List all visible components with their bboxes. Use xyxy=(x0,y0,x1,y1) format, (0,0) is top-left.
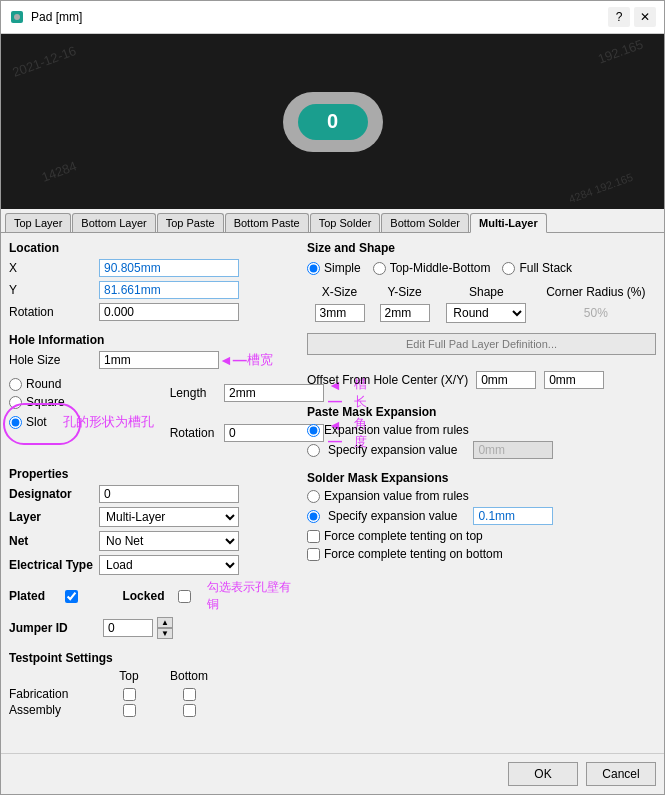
net-select[interactable]: No Net xyxy=(99,531,239,551)
shape-header: Shape xyxy=(437,283,536,301)
x-size-input[interactable] xyxy=(315,304,365,322)
location-section: Location X Y Rotation xyxy=(9,241,299,325)
assembly-top-checkbox[interactable] xyxy=(123,704,136,717)
force-tenting-top-row: Force complete tenting on top xyxy=(307,529,656,543)
hole-size-label: Hole Size xyxy=(9,353,99,367)
solder-expansion-rules-radio[interactable] xyxy=(307,490,320,503)
solder-specify-label: Specify expansion value xyxy=(328,509,457,523)
paste-expansion-from-rules-row: Expansion value from rules xyxy=(307,423,656,437)
square-radio[interactable] xyxy=(9,396,22,409)
title-bar-left: Pad [mm] xyxy=(9,9,82,25)
paste-mask-title: Paste Mask Expansion xyxy=(307,405,656,419)
tab-bottom-layer[interactable]: Bottom Layer xyxy=(72,213,155,232)
bottom-bar: OK Cancel xyxy=(1,753,664,794)
preview-area: 2021-12-16 192.165 14284 4284 192.165 0 xyxy=(1,34,664,209)
slot-radio[interactable] xyxy=(9,416,22,429)
left-panel: Location X Y Rotation Hole Information xyxy=(9,241,299,745)
pad-dialog: Pad [mm] ? ✕ 2021-12-16 192.165 14284 42… xyxy=(0,0,665,795)
pad-preview: 0 xyxy=(283,92,383,152)
simple-radio-group: Simple xyxy=(307,261,361,275)
assembly-label: Assembly xyxy=(9,703,99,717)
tab-top-layer[interactable]: Top Layer xyxy=(5,213,71,232)
solder-specify-row: Specify expansion value xyxy=(307,507,656,525)
offset-x-input[interactable] xyxy=(476,371,536,389)
watermark-top-right: 192.165 xyxy=(596,36,645,66)
net-label: Net xyxy=(9,534,99,548)
size-shape-section: Size and Shape Simple Top-Middle-Bottom … xyxy=(307,241,656,363)
layer-select[interactable]: Multi-Layer Top Layer Bottom Layer xyxy=(99,507,239,527)
simple-radio[interactable] xyxy=(307,262,320,275)
round-radio-row: Round xyxy=(9,377,154,391)
locked-checkbox[interactable] xyxy=(178,590,191,603)
fabrication-bottom-checkbox[interactable] xyxy=(183,688,196,701)
designator-label: Designator xyxy=(9,487,99,501)
y-size-input[interactable] xyxy=(380,304,430,322)
close-button[interactable]: ✕ xyxy=(634,7,656,27)
electrical-type-label: Electrical Type xyxy=(9,558,99,572)
cancel-button[interactable]: Cancel xyxy=(586,762,656,786)
y-size-header: Y-Size xyxy=(372,283,437,301)
paste-specify-label: Specify expansion value xyxy=(328,443,457,457)
force-tenting-bottom-checkbox[interactable] xyxy=(307,548,320,561)
tab-top-solder[interactable]: Top Solder xyxy=(310,213,381,232)
plated-row: Plated Locked 勾选表示孔壁有铜 xyxy=(9,579,299,613)
plated-label: Plated xyxy=(9,589,57,603)
help-button[interactable]: ? xyxy=(608,7,630,27)
x-input[interactable] xyxy=(99,259,239,277)
slot-label: Slot xyxy=(26,415,47,429)
rotation-input[interactable] xyxy=(99,303,239,321)
tp-spacer xyxy=(9,669,99,683)
top-middle-bottom-radio[interactable] xyxy=(373,262,386,275)
paste-mask-section: Paste Mask Expansion Expansion value fro… xyxy=(307,405,656,463)
tab-multi-layer[interactable]: Multi-Layer xyxy=(470,213,547,233)
layer-row: Layer Multi-Layer Top Layer Bottom Layer xyxy=(9,507,299,527)
x-size-header: X-Size xyxy=(307,283,372,301)
jumper-increment[interactable]: ▲ xyxy=(157,617,173,628)
designator-input[interactable] xyxy=(99,485,239,503)
y-label: Y xyxy=(9,283,99,297)
window-title: Pad [mm] xyxy=(31,10,82,24)
offset-y-input[interactable] xyxy=(544,371,604,389)
y-input[interactable] xyxy=(99,281,239,299)
hole-size-input[interactable] xyxy=(99,351,219,369)
paste-specify-radio[interactable] xyxy=(307,444,320,457)
top-middle-bottom-label: Top-Middle-Bottom xyxy=(390,261,491,275)
pad-icon xyxy=(9,9,25,25)
top-middle-bottom-radio-group: Top-Middle-Bottom xyxy=(373,261,491,275)
solder-expansion-from-rules-row: Expansion value from rules xyxy=(307,489,656,503)
plated-checkbox[interactable] xyxy=(65,590,78,603)
solder-specify-radio[interactable] xyxy=(307,510,320,523)
full-stack-radio[interactable] xyxy=(502,262,515,275)
paste-expansion-rules-radio[interactable] xyxy=(307,424,320,437)
tab-bottom-paste[interactable]: Bottom Paste xyxy=(225,213,309,232)
testpoint-section: Testpoint Settings Top Bottom Fabricatio… xyxy=(9,651,299,719)
size-shape-title: Size and Shape xyxy=(307,241,656,255)
paste-specify-input[interactable] xyxy=(473,441,553,459)
tab-top-paste[interactable]: Top Paste xyxy=(157,213,224,232)
full-stack-radio-group: Full Stack xyxy=(502,261,572,275)
jumper-id-input[interactable] xyxy=(103,619,153,637)
tab-bottom-solder[interactable]: Bottom Solder xyxy=(381,213,469,232)
size-shape-table: X-Size Y-Size Shape Corner Radius (%) xyxy=(307,283,656,325)
lr-rotation-label: Rotation xyxy=(170,426,220,440)
designator-row: Designator xyxy=(9,485,299,503)
force-tenting-bottom-label: Force complete tenting on bottom xyxy=(324,547,503,561)
tab-bar: Top Layer Bottom Layer Top Paste Bottom … xyxy=(1,209,664,233)
testpoint-title: Testpoint Settings xyxy=(9,651,299,665)
solder-specify-input[interactable] xyxy=(473,507,553,525)
edit-full-pad-button[interactable]: Edit Full Pad Layer Definition... xyxy=(307,333,656,355)
force-tenting-top-checkbox[interactable] xyxy=(307,530,320,543)
corner-radius-header: Corner Radius (%) xyxy=(536,283,656,301)
fabrication-top-checkbox[interactable] xyxy=(123,688,136,701)
full-stack-label: Full Stack xyxy=(519,261,572,275)
y-row: Y xyxy=(9,281,299,299)
jumper-decrement[interactable]: ▼ xyxy=(157,628,173,639)
round-radio[interactable] xyxy=(9,378,22,391)
round-label: Round xyxy=(26,377,61,391)
force-tenting-top-label: Force complete tenting on top xyxy=(324,529,483,543)
electrical-type-select[interactable]: Load Source Terminator xyxy=(99,555,239,575)
ok-button[interactable]: OK xyxy=(508,762,578,786)
layer-label: Layer xyxy=(9,510,99,524)
shape-select[interactable]: Round Rectangular Octagonal xyxy=(446,303,526,323)
assembly-bottom-checkbox[interactable] xyxy=(183,704,196,717)
